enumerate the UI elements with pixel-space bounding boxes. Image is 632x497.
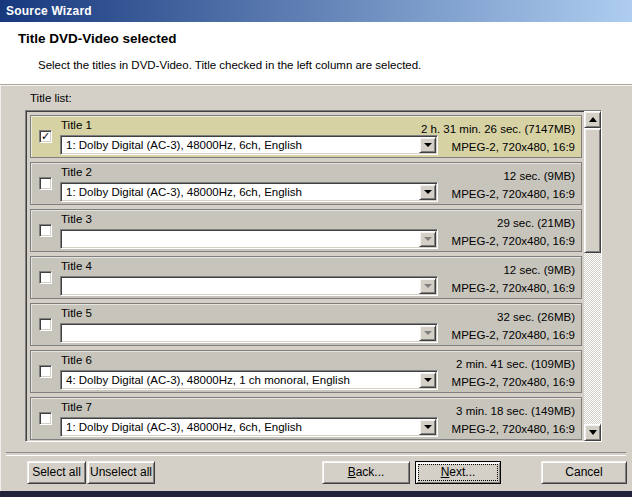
title-checkbox[interactable] — [39, 365, 52, 378]
title-checkbox[interactable] — [39, 177, 52, 190]
audio-track-select[interactable] — [60, 276, 438, 296]
title-list: Title 1 1: Dolby Digital (AC-3), 48000Hz… — [25, 110, 602, 442]
scrollbar-up-button[interactable] — [584, 111, 601, 128]
duration-size-label: 2 min. 41 sec. (109MB) — [452, 355, 575, 373]
back-button[interactable]: Back... — [322, 461, 410, 484]
arrow-down-icon — [589, 430, 597, 435]
format-label: MPEG-2, 720x480, 16:9 — [452, 420, 575, 438]
audio-track-value: 1: Dolby Digital (AC-3), 48000Hz, 6ch, E… — [61, 184, 419, 200]
format-label: MPEG-2, 720x480, 16:9 — [421, 138, 575, 156]
combo-dropdown-button[interactable] — [419, 419, 436, 435]
audio-track-select[interactable]: 1: Dolby Digital (AC-3), 48000Hz, 6ch, E… — [60, 182, 438, 202]
duration-size-label: 2 h. 31 min. 26 sec. (7147MB) — [421, 120, 575, 138]
duration-size-label: 29 sec. (21MB) — [452, 214, 575, 232]
format-label: MPEG-2, 720x480, 16:9 — [452, 185, 575, 203]
title-row[interactable]: Title 2 1: Dolby Digital (AC-3), 48000Hz… — [30, 162, 582, 205]
format-label: MPEG-2, 720x480, 16:9 — [452, 326, 575, 344]
title-checkbox[interactable] — [39, 271, 52, 284]
format-label: MPEG-2, 720x480, 16:9 — [452, 232, 575, 250]
title-label: Title 5 — [61, 307, 92, 319]
window-bottom-edge — [0, 491, 632, 497]
audio-track-select[interactable]: 1: Dolby Digital (AC-3), 48000Hz, 6ch, E… — [60, 135, 438, 155]
combo-dropdown-button[interactable] — [419, 325, 436, 341]
window-title: Source Wizard — [0, 4, 92, 18]
button-divider — [6, 452, 626, 456]
chevron-down-icon — [424, 425, 432, 429]
combo-dropdown-button[interactable] — [419, 184, 436, 200]
next-button[interactable]: Next... — [415, 461, 501, 484]
title-rows: Title 1 1: Dolby Digital (AC-3), 48000Hz… — [26, 111, 584, 441]
source-wizard-dialog: Source Wizard Title DVD-Video selected S… — [0, 0, 632, 497]
chevron-down-icon — [424, 237, 432, 241]
title-info: 12 sec. (9MB) MPEG-2, 720x480, 16:9 — [452, 167, 575, 203]
title-info: 29 sec. (21MB) MPEG-2, 720x480, 16:9 — [452, 214, 575, 250]
audio-track-value: 4: Dolby Digital (AC-3), 48000Hz, 1 ch m… — [61, 372, 419, 388]
wizard-header: Title DVD-Video selected Select the titl… — [0, 22, 632, 85]
chevron-down-icon — [424, 284, 432, 288]
title-row[interactable]: Title 1 1: Dolby Digital (AC-3), 48000Hz… — [30, 115, 582, 158]
audio-track-select[interactable]: 1: Dolby Digital (AC-3), 48000Hz, 6ch, E… — [60, 417, 438, 437]
duration-size-label: 12 sec. (9MB) — [452, 167, 575, 185]
title-info: 12 sec. (9MB) MPEG-2, 720x480, 16:9 — [452, 261, 575, 297]
chevron-down-icon — [424, 378, 432, 382]
page-subtitle: Select the titles in DVD-Video. Title ch… — [38, 59, 421, 71]
duration-size-label: 12 sec. (9MB) — [452, 261, 575, 279]
title-label: Title 2 — [61, 166, 92, 178]
select-all-button[interactable]: Select all — [27, 461, 86, 484]
combo-dropdown-button[interactable] — [419, 278, 436, 294]
combo-dropdown-button[interactable] — [419, 231, 436, 247]
title-bar[interactable]: Source Wizard — [0, 0, 632, 22]
title-label: Title 7 — [61, 401, 92, 413]
title-info: 3 min. 18 sec. (149MB) MPEG-2, 720x480, … — [452, 402, 575, 438]
cancel-button[interactable]: Cancel — [541, 461, 627, 484]
unselect-all-button[interactable]: Unselect all — [87, 461, 155, 484]
title-info: 2 min. 41 sec. (109MB) MPEG-2, 720x480, … — [452, 355, 575, 391]
title-info: 2 h. 31 min. 26 sec. (7147MB) MPEG-2, 72… — [421, 120, 575, 156]
title-row[interactable]: Title 4 12 sec. (9MB) MPEG-2, 720x480, 1… — [30, 256, 582, 299]
chevron-down-icon — [424, 331, 432, 335]
title-list-label: Title list: — [30, 92, 72, 104]
title-row[interactable]: Title 3 29 sec. (21MB) MPEG-2, 720x480, … — [30, 209, 582, 252]
title-checkbox[interactable] — [39, 318, 52, 331]
chevron-down-icon — [424, 190, 432, 194]
scrollbar-down-button[interactable] — [584, 424, 601, 441]
title-info: 32 sec. (26MB) MPEG-2, 720x480, 16:9 — [452, 308, 575, 344]
duration-size-label: 32 sec. (26MB) — [452, 308, 575, 326]
title-label: Title 6 — [61, 354, 92, 366]
title-checkbox[interactable] — [39, 130, 52, 143]
audio-track-value: 1: Dolby Digital (AC-3), 48000Hz, 6ch, E… — [61, 419, 419, 435]
audio-track-value: 1: Dolby Digital (AC-3), 48000Hz, 6ch, E… — [61, 137, 419, 153]
title-row[interactable]: Title 6 4: Dolby Digital (AC-3), 48000Hz… — [30, 350, 582, 393]
title-label: Title 1 — [61, 119, 92, 131]
scrollbar-thumb[interactable] — [584, 128, 601, 253]
title-row[interactable]: Title 7 1: Dolby Digital (AC-3), 48000Hz… — [30, 397, 582, 440]
page-title: Title DVD-Video selected — [18, 31, 177, 46]
vertical-scrollbar[interactable] — [584, 111, 601, 441]
format-label: MPEG-2, 720x480, 16:9 — [452, 279, 575, 297]
title-checkbox[interactable] — [39, 224, 52, 237]
combo-dropdown-button[interactable] — [419, 372, 436, 388]
duration-size-label: 3 min. 18 sec. (149MB) — [452, 402, 575, 420]
title-checkbox[interactable] — [39, 412, 52, 425]
audio-track-select[interactable]: 4: Dolby Digital (AC-3), 48000Hz, 1 ch m… — [60, 370, 438, 390]
title-row[interactable]: Title 5 32 sec. (26MB) MPEG-2, 720x480, … — [30, 303, 582, 346]
arrow-up-icon — [589, 117, 597, 122]
title-label: Title 4 — [61, 260, 92, 272]
audio-track-select[interactable] — [60, 229, 438, 249]
format-label: MPEG-2, 720x480, 16:9 — [452, 373, 575, 391]
title-label: Title 3 — [61, 213, 92, 225]
audio-track-select[interactable] — [60, 323, 438, 343]
